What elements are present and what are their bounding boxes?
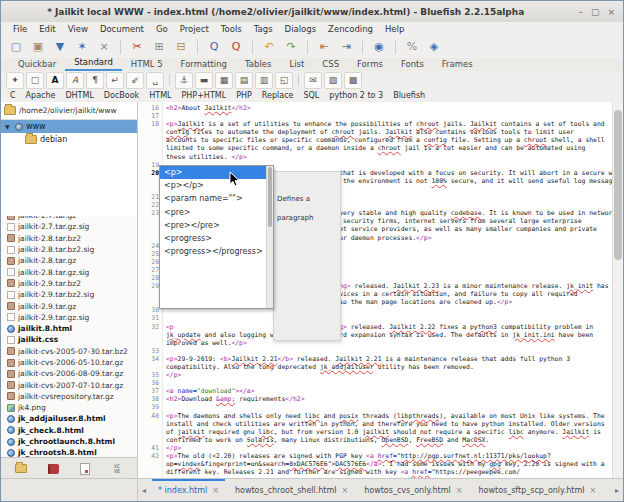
code-line[interactable]: 31 (138, 314, 613, 322)
custom-menu-apache[interactable]: Apache (21, 91, 61, 100)
quickstart-icon[interactable]: ✦ (6, 72, 24, 89)
tab-close-icon[interactable]: × (456, 486, 463, 495)
menu-project[interactable]: Project (174, 24, 215, 34)
custom-menu-replace[interactable]: Replace (257, 91, 299, 100)
preview-in-browser-icon[interactable]: ◉ (369, 38, 389, 56)
redo-icon[interactable]: ↷ (281, 38, 301, 56)
menu-help[interactable]: Help (379, 24, 410, 34)
close-icon[interactable]: × (607, 7, 615, 17)
body-icon[interactable]: ▢ (26, 72, 44, 89)
autocomplete-item[interactable]: <pre> (160, 206, 273, 219)
anchor-icon[interactable]: ⚓ (175, 72, 193, 89)
custom-menu-sql[interactable]: SQL (298, 91, 324, 100)
document-tab[interactable]: howtos_cvs_only.html× (356, 479, 470, 501)
expander-icon[interactable]: ▼ (5, 123, 12, 130)
code-line[interactable]: 35</p> (138, 371, 613, 379)
file-list-item[interactable]: jailkit-cvs-2006-08-09.tar.gz (1, 368, 137, 379)
directory-selector[interactable]: /home2/olivier/jailkit/www (1, 102, 137, 120)
menu-tags[interactable]: Tags (248, 24, 279, 34)
file-list-item[interactable]: jailkit-2.9.tar.bz2.sig (1, 289, 137, 300)
autocomplete-item[interactable]: <p> (160, 166, 273, 179)
htmlbar-tab-standard[interactable]: Standard (65, 56, 122, 71)
code-line[interactable]: 18<p>Jailkit is a set of utilities to en… (138, 120, 613, 128)
copy-icon[interactable]: ⊞ (149, 38, 169, 56)
menu-tools[interactable]: Tools (215, 24, 248, 34)
unindent-icon[interactable]: ⇤ (314, 38, 334, 56)
file-list-item[interactable]: jailkit-2.7.tar.gz.sig (1, 221, 137, 232)
thumbnail-icon[interactable]: ▩ (344, 72, 362, 89)
file-list-item[interactable]: jailkit.8.html (1, 323, 137, 334)
custom-menu-html[interactable]: HTML (144, 91, 176, 100)
code-line[interactable]: 34<p>29-9-2019: <b>Jailkit 2.21</b> rele… (138, 355, 613, 363)
rule-icon[interactable]: ▬ (195, 72, 213, 89)
code-line[interactable]: compatibility. Also the long deprecated … (138, 363, 613, 371)
menu-edit[interactable]: Edit (33, 24, 61, 34)
htmlbar-tab-forms[interactable]: Forms (348, 58, 392, 71)
document-tab[interactable]: * index.html× (150, 479, 227, 501)
tabs-scroll-left-icon[interactable]: ◂ (138, 486, 150, 495)
table-row-icon[interactable]: ▤ (235, 72, 253, 89)
filebrowser-tab[interactable] (10, 461, 32, 477)
code-line[interactable]: config files to automate the deployment … (138, 128, 613, 136)
autocomplete-item[interactable]: <progress></progress> (160, 245, 273, 258)
htmlbar-tab-html-5[interactable]: HTML 5 (122, 58, 172, 71)
bold-icon[interactable]: A (46, 72, 64, 89)
file-list-item[interactable]: jk_chrootlaunch.8.html (1, 436, 137, 447)
indent-icon[interactable]: ⇥ (336, 38, 356, 56)
file-list-item[interactable]: jailkit.css (1, 334, 137, 345)
save-as-icon[interactable]: ✶ (72, 38, 92, 56)
code-line[interactable]: accounts to specific files or specific c… (138, 136, 613, 144)
custom-menu-dhtml[interactable]: DHTML (60, 91, 98, 100)
close-icon[interactable]: × (94, 38, 114, 56)
email-icon[interactable]: ✉ (304, 72, 322, 89)
file-list-item[interactable]: jk4.png (1, 402, 137, 413)
maximize-icon[interactable]: ▢ (591, 7, 600, 17)
code-line[interactable]: these utilities. </p> (138, 153, 613, 161)
autocomplete-item[interactable]: <p></p> (160, 179, 273, 192)
tabs-scroll-right-icon[interactable]: ▸ (611, 486, 623, 495)
tree-item-www[interactable]: ▼ www (1, 120, 137, 133)
file-list-item[interactable]: jailkit-2.9.tar.gz (1, 300, 137, 311)
find-icon[interactable]: Q (204, 38, 224, 56)
code-line[interactable]: 17 (138, 112, 613, 120)
file-list-item[interactable]: jailkit-cvs-2006-05-10.tar.gz (1, 357, 137, 368)
htmlbar-tab-list[interactable]: List (280, 58, 313, 71)
code-line[interactable]: 38<h2>Download &amp; requirements</h2> (138, 395, 613, 403)
new-document-icon[interactable]: ▢ (6, 38, 26, 56)
code-line[interactable]: install and check utilities are written … (138, 420, 613, 428)
custom-menu-python-2-to-3[interactable]: python 2 to 3 (324, 91, 388, 100)
paragraph-icon[interactable]: ¶ (86, 72, 104, 89)
code-line[interactable]: confirmed to work on Solaris, many Linux… (138, 436, 613, 444)
find-replace-icon[interactable]: Q (226, 38, 246, 56)
file-list-item[interactable]: jailkit-cvs-2005-07-30.tar.bz2 (1, 346, 137, 357)
synchronize-icon[interactable]: ◈ (424, 38, 444, 56)
table-cell-icon[interactable]: ▥ (255, 72, 273, 89)
file-list-item[interactable]: jailkit-2.8.tar.gz (1, 255, 137, 266)
file-list-item[interactable]: jk_addjailuser.8.html (1, 413, 137, 424)
code-line[interactable]: jk_update and also logging when an inval… (138, 331, 613, 339)
file-list-item[interactable]: jailkit-2.9.tar.bz2 (1, 278, 137, 289)
file-list-item[interactable]: jailkit-2.8.tar.bz2.sig (1, 244, 137, 255)
autocomplete-scrollbar[interactable] (266, 166, 273, 308)
code-line[interactable]: 37<a name="download"></a> (138, 387, 613, 395)
external-filter-icon[interactable]: % (402, 38, 422, 56)
code-line[interactable]: improved as well.</p> (138, 339, 613, 347)
italic-icon[interactable]: A (66, 72, 84, 89)
code-line[interactable]: 33 (138, 347, 613, 355)
code-line[interactable]: 40<p>The daemons and shells only need li… (138, 412, 613, 420)
minimize-icon[interactable]: – (578, 7, 583, 17)
code-line[interactable]: op=vindex&fingerprint=on&search=0xDAC576… (138, 460, 613, 468)
image-icon[interactable]: ▧ (324, 72, 342, 89)
document-tab[interactable]: howtos_sftp_scp_only.html× (470, 479, 604, 501)
autocomplete-item[interactable]: <pre></pre> (160, 219, 273, 232)
menu-view[interactable]: View (62, 24, 94, 34)
autocomplete-item[interactable]: <param name=""> (160, 192, 273, 205)
code-line[interactable]: 36 (138, 379, 613, 387)
custom-menu-php+html[interactable]: PHP+HTML (177, 91, 232, 100)
menu-zencoding[interactable]: Zencoding (322, 24, 379, 34)
code-line[interactable]: of jailkit required gnu libc, but from v… (138, 428, 613, 436)
bookmarks-tab[interactable] (42, 461, 64, 477)
htmlbar-tab-formatting[interactable]: Formatting (172, 58, 236, 71)
titlebar[interactable]: * Jailkit local WWW - index.html (/home2… (1, 1, 623, 23)
code-line[interactable]: limited to some specific command, or a d… (138, 144, 613, 152)
